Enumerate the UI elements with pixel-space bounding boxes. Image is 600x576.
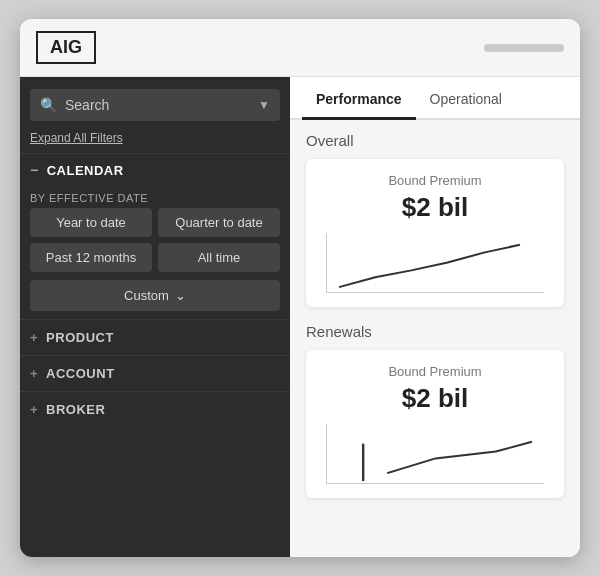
tab-operational[interactable]: Operational — [416, 77, 516, 118]
account-section-header[interactable]: + ACCOUNT — [20, 355, 290, 391]
all-time-button[interactable]: All time — [158, 243, 280, 272]
renewals-chart — [326, 424, 544, 484]
sidebar: 🔍 Search ▼ Expand All Filters − CALENDAR… — [20, 77, 290, 557]
tab-performance[interactable]: Performance — [302, 77, 416, 120]
calendar-label: CALENDAR — [47, 163, 124, 178]
search-row: 🔍 Search ▼ — [20, 77, 290, 127]
overall-chart — [326, 233, 544, 293]
renewals-bound-premium-label: Bound Premium — [322, 364, 548, 379]
overall-chart-line — [339, 245, 520, 287]
tabs-row: Performance Operational — [290, 77, 580, 120]
minus-icon: − — [30, 162, 39, 178]
renewals-title: Renewals — [306, 323, 564, 340]
renewals-card: Bound Premium $2 bil — [306, 350, 564, 498]
search-label: Search — [65, 97, 258, 113]
product-label: PRODUCT — [46, 330, 114, 345]
main-content: 🔍 Search ▼ Expand All Filters − CALENDAR… — [20, 77, 580, 557]
title-bar: AIG — [20, 19, 580, 77]
overall-card: Bound Premium $2 bil — [306, 159, 564, 307]
date-buttons-grid: Year to date Quarter to date Past 12 mon… — [20, 208, 290, 276]
broker-label: BROKER — [46, 402, 105, 417]
by-effective-date-label: BY EFFECTIVE DATE — [20, 186, 290, 208]
renewals-chart-svg — [327, 424, 544, 483]
plus-product-icon: + — [30, 330, 38, 345]
custom-button[interactable]: Custom ⌄ — [30, 280, 280, 311]
expand-all-filters[interactable]: Expand All Filters — [20, 127, 290, 153]
renewals-bound-premium-value: $2 bil — [322, 383, 548, 414]
right-panel: Performance Operational Overall Bound Pr… — [290, 77, 580, 557]
overall-bound-premium-value: $2 bil — [322, 192, 548, 223]
chevron-down-custom-icon: ⌄ — [175, 288, 186, 303]
chevron-down-icon: ▼ — [258, 98, 270, 112]
search-box[interactable]: 🔍 Search ▼ — [30, 89, 280, 121]
renewals-chart-line — [387, 442, 532, 473]
logo: AIG — [36, 31, 96, 64]
overall-title: Overall — [306, 132, 564, 149]
overall-bound-premium-label: Bound Premium — [322, 173, 548, 188]
custom-label: Custom — [124, 288, 169, 303]
title-bar-decoration — [484, 44, 564, 52]
past-12-months-button[interactable]: Past 12 months — [30, 243, 152, 272]
plus-account-icon: + — [30, 366, 38, 381]
product-section-header[interactable]: + PRODUCT — [20, 319, 290, 355]
account-label: ACCOUNT — [46, 366, 115, 381]
overall-chart-svg — [327, 233, 544, 292]
panel-body: Overall Bound Premium $2 bil Renewals Bo… — [290, 120, 580, 514]
year-to-date-button[interactable]: Year to date — [30, 208, 152, 237]
search-icon: 🔍 — [40, 97, 57, 113]
app-window: AIG 🔍 Search ▼ Expand All Filters − CALE… — [20, 19, 580, 557]
calendar-section-header[interactable]: − CALENDAR — [20, 153, 290, 186]
broker-section-header[interactable]: + BROKER — [20, 391, 290, 427]
plus-broker-icon: + — [30, 402, 38, 417]
quarter-to-date-button[interactable]: Quarter to date — [158, 208, 280, 237]
